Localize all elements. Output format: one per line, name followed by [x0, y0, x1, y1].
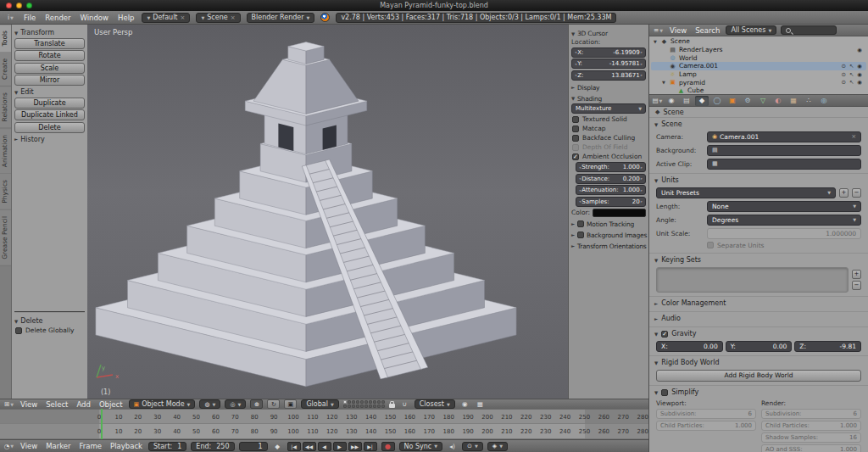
scene-camera-field[interactable]: ◉Camera.001× — [707, 131, 861, 142]
ao-attenuation-field[interactable]: ◂Attenuation:1.000▸ — [576, 185, 646, 195]
render-menu[interactable]: Render — [43, 14, 72, 22]
renderable-toggle-icon[interactable]: ◉ — [857, 79, 862, 86]
scene-selector[interactable]: ▼Scene× — [196, 13, 240, 23]
outliner-row-world[interactable]: ◍World — [651, 53, 866, 62]
snap-magnet-icon[interactable]: ∪ — [399, 399, 410, 409]
unit-presets-dropdown[interactable]: Unit Presets▼ — [656, 187, 836, 198]
panel-header-3d-cursor[interactable]: ▼3D Cursor — [571, 30, 646, 37]
layer-dot[interactable] — [373, 400, 376, 404]
unit-scale-field[interactable]: 1.000000 — [707, 228, 861, 239]
step-right-icon[interactable]: ▸ — [640, 165, 643, 170]
simplify-panel-header[interactable]: ▼Simplify — [649, 387, 868, 398]
translate-manipulator-button[interactable]: ⊕ — [250, 399, 263, 409]
step-right-icon[interactable]: ▸ — [640, 176, 643, 181]
properties-tab-object[interactable]: ▣ — [726, 96, 739, 106]
3d-viewport[interactable]: User Persp x y (1) — [87, 25, 568, 399]
layer-dot[interactable] — [360, 400, 364, 404]
frame-start-field[interactable]: Start:1 — [148, 442, 186, 451]
timeline-scrub-area[interactable]: 0102030405060708090100110120130140150160… — [0, 409, 648, 424]
audio-panel-header[interactable]: ►Audio — [649, 313, 868, 324]
tool-shelf-tab-relations[interactable]: Relations — [0, 86, 11, 128]
editor-type-properties-icon[interactable]: ▤▼ — [652, 96, 663, 105]
editor-type-3dview-icon[interactable]: ⊞▼ — [3, 399, 14, 409]
properties-tab-texture[interactable]: ▦ — [787, 96, 800, 106]
step-right-icon[interactable]: ▸ — [640, 188, 643, 193]
layer-dot[interactable] — [352, 400, 355, 404]
simplify-checkbox[interactable] — [661, 389, 668, 396]
properties-tab-world[interactable]: ◯ — [710, 96, 724, 106]
ao-strength-field[interactable]: ◂Strength:1.000▸ — [576, 162, 646, 172]
properties-tab-render-layers[interactable]: ▤ — [680, 96, 693, 106]
layer-dot[interactable] — [364, 405, 368, 408]
tool-shelf-tab-animation[interactable]: Animation — [0, 129, 11, 174]
timeline-view-menu[interactable]: View — [19, 442, 39, 450]
play-reverse-button[interactable]: ◀ — [318, 442, 331, 451]
viewport-view-menu[interactable]: View — [19, 400, 39, 409]
opengl-render-animation-icon[interactable]: ▦ — [475, 399, 486, 409]
separate-units-checkbox[interactable] — [707, 242, 714, 248]
visible-toggle-icon[interactable]: ⊙ — [841, 71, 845, 78]
editor-type-timeline-icon[interactable]: ◔▼ — [3, 442, 14, 451]
delete-globally-checkbox[interactable] — [15, 327, 22, 334]
depth-of-field-checkbox[interactable] — [572, 144, 579, 151]
minimize-window-icon[interactable] — [16, 3, 22, 8]
delete-globally-option[interactable]: Delete Globally — [15, 326, 84, 334]
close-window-icon[interactable] — [6, 3, 12, 8]
scale-manipulator-button[interactable]: ▣ — [284, 399, 297, 409]
current-frame-playhead[interactable] — [101, 409, 103, 439]
properties-tab-scene[interactable]: ◆ — [695, 96, 709, 106]
outliner-scope-dropdown[interactable]: All Scenes▼ — [726, 25, 776, 35]
layer-dot[interactable] — [373, 405, 376, 408]
skip-forward-button[interactable]: ▶▶ — [348, 442, 362, 451]
gravity-x-field[interactable]: X:0.00 — [656, 341, 723, 352]
layer-dot[interactable] — [381, 400, 385, 404]
active-clip-field[interactable]: ▦ — [707, 159, 861, 170]
mirror-button[interactable]: Mirror — [14, 75, 85, 86]
transform-orientation-dropdown[interactable]: Global▼ — [301, 399, 338, 409]
depth-of-field-option[interactable]: Depth Of Field — [572, 143, 645, 151]
close-icon[interactable]: × — [231, 14, 236, 21]
outliner-row-lamp[interactable]: ☼Lamp⊙↖◉ — [651, 70, 866, 79]
step-right-icon[interactable]: ▸ — [640, 62, 643, 66]
renderable-toggle-icon[interactable]: ◉ — [857, 63, 862, 70]
add-preset-button[interactable]: + — [839, 188, 849, 198]
keying-sets-panel-header[interactable]: ▼Keying Sets — [649, 254, 868, 265]
sync-mode-dropdown[interactable]: No Sync▼ — [399, 442, 443, 451]
length-unit-dropdown[interactable]: None▼ — [707, 201, 861, 212]
lock-icon[interactable] — [389, 404, 395, 408]
layer-dot[interactable] — [356, 400, 359, 404]
viewport-shading-dropdown[interactable]: ◍▼ — [199, 399, 220, 409]
tool-shelf-tab-create[interactable]: Create — [0, 53, 11, 86]
motion-tracking-checkbox[interactable] — [577, 220, 584, 227]
delete-button[interactable]: Delete — [14, 122, 85, 133]
ambient-occlusion-option[interactable]: ✓Ambient Occlusion — [572, 153, 645, 160]
outliner-row-renderlayers[interactable]: ▤RenderLayers◉ — [651, 46, 866, 54]
angle-unit-dropdown[interactable]: Degrees▼ — [707, 215, 861, 226]
textured-solid-option[interactable]: Textured Solid — [572, 115, 645, 123]
cursor-y-field[interactable]: ◂Y:-14.95781▸ — [571, 59, 646, 69]
outliner-search-input[interactable] — [781, 25, 837, 35]
play-button[interactable]: ▶ — [333, 442, 347, 451]
layer-dot[interactable] — [348, 405, 351, 408]
properties-tab-modifiers[interactable]: ⚙ — [741, 96, 754, 106]
color-management-panel-header[interactable]: ►Color Management — [649, 298, 868, 309]
rotate-manipulator-button[interactable]: ↻ — [267, 399, 280, 409]
matcap-checkbox[interactable] — [572, 126, 579, 132]
backface-culling-checkbox[interactable] — [572, 135, 579, 142]
outliner-view-menu[interactable]: View — [668, 26, 688, 35]
renderable-toggle-icon[interactable]: ◉ — [857, 47, 862, 53]
editor-type-outliner-icon[interactable]: ≡▼ — [653, 25, 664, 35]
selectable-toggle-icon[interactable]: ↖ — [849, 79, 854, 86]
layer-dot[interactable] — [369, 400, 372, 404]
gravity-panel-header[interactable]: ▼✓Gravity — [649, 328, 868, 339]
layer-dot[interactable] — [343, 405, 347, 408]
clear-icon[interactable]: × — [851, 133, 856, 140]
layer-dot[interactable] — [348, 400, 351, 404]
layer-dot[interactable] — [343, 400, 347, 404]
zoom-window-icon[interactable] — [26, 3, 32, 8]
layer-dot[interactable] — [352, 405, 355, 408]
cursor-x-field[interactable]: ◂X:-6.19909▸ — [571, 47, 646, 58]
file-menu[interactable]: File — [22, 14, 37, 22]
expand-icon[interactable]: ▼ — [661, 80, 666, 85]
ao-color-swatch[interactable] — [593, 209, 646, 217]
